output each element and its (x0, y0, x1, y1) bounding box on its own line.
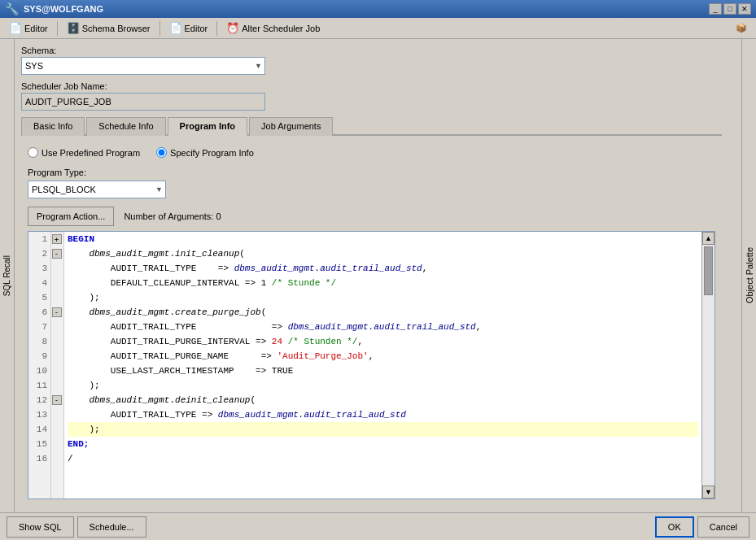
radio-group: Use Predefined Program Specify Program I… (28, 147, 715, 158)
tab-schedule-info[interactable]: Schedule Info (86, 117, 165, 136)
schema-browser-icon: 🗄️ (67, 22, 80, 34)
code-line-14: ); (68, 422, 698, 437)
use-predefined-radio-label[interactable]: Use Predefined Program (28, 147, 140, 158)
scrollbar-thumb[interactable] (704, 246, 713, 295)
scheduler-icon: ⏰ (226, 22, 239, 34)
program-type-select[interactable]: PLSQL_BLOCK STORED_PROCEDURE EXECUTABLE (28, 181, 166, 198)
bottom-right-buttons: OK Cancel (655, 516, 749, 538)
scheduler-job-name-input[interactable] (21, 93, 265, 111)
minimize-button[interactable]: _ (709, 3, 722, 15)
tabs-bar: Basic Info Schedule Info Program Info Jo… (21, 117, 722, 136)
code-line-10: USE_LAST_ARCH_TIMESTAMP => TRUE (68, 364, 698, 378)
code-line-5: ); (68, 290, 698, 305)
scheduler-job-name-group: Scheduler Job Name: (21, 81, 722, 111)
title-bar-icon: 🔧 (5, 2, 19, 15)
ok-button[interactable]: OK (655, 516, 694, 538)
fold-2[interactable]: - (52, 249, 62, 259)
scheduler-job-name-label: Scheduler Job Name: (21, 81, 722, 91)
action-bar: Program Action... Number of Arguments: 0 (28, 207, 715, 226)
palette-toggle-button[interactable]: 📦 (730, 20, 753, 37)
scrollbar-track[interactable] (702, 245, 714, 486)
code-line-11: ); (68, 378, 698, 393)
tab-basic-info[interactable]: Basic Info (21, 117, 85, 136)
bottom-toolbar: Show SQL Schedule... OK Cancel (0, 512, 756, 540)
title-bar-title: SYS@WOLFGANG (24, 4, 704, 14)
code-content[interactable]: BEGIN dbms_audit_mgmt.init_cleanup( AUDI… (64, 232, 701, 499)
code-line-2: dbms_audit_mgmt.init_cleanup( (68, 246, 698, 261)
code-line-6: dbms_audit_mgmt.create_purge_job( (68, 305, 698, 320)
scrollbar-down[interactable]: ▼ (702, 486, 714, 499)
scrollbar-up[interactable]: ▲ (702, 232, 714, 245)
fold-1[interactable]: + (52, 234, 62, 244)
use-predefined-radio[interactable] (28, 147, 38, 158)
left-sidebar-label: SQL Recall (2, 255, 11, 296)
bottom-left-buttons: Show SQL Schedule... (7, 516, 146, 538)
editor-icon-1: 📄 (9, 22, 22, 34)
program-type-label: Program Type: (28, 168, 715, 177)
program-action-button[interactable]: Program Action... (28, 207, 114, 226)
main-area: SQL Recall Schema: SYS Scheduler Job Nam… (0, 39, 756, 512)
cancel-button[interactable]: Cancel (697, 516, 749, 538)
maximize-button[interactable]: □ (723, 3, 736, 15)
left-sidebar: SQL Recall (0, 39, 15, 512)
fold-12[interactable]: - (52, 395, 62, 405)
code-line-12: dbms_audit_mgmt.deinit_cleanup( (68, 393, 698, 407)
fold-column: + - - - (51, 232, 64, 499)
main-content: Schema: SYS Scheduler Job Name: Basic In… (15, 39, 741, 512)
program-type-select-wrap: PLSQL_BLOCK STORED_PROCEDURE EXECUTABLE (28, 181, 166, 198)
tab-job-arguments[interactable]: Job Arguments (249, 117, 333, 136)
editor-button-1[interactable]: 📄 Editor (3, 20, 54, 37)
tab-program-info[interactable]: Program Info (168, 117, 247, 136)
line-numbers: 1 2 3 4 5 6 7 8 9 10 11 12 13 14 (28, 232, 51, 499)
code-scrollbar[interactable]: ▲ ▼ (701, 232, 714, 499)
code-line-7: AUDIT_TRAIL_TYPE => dbms_audit_mgmt.audi… (68, 320, 698, 334)
alter-scheduler-button[interactable]: ⏰ Alter Scheduler Job (221, 20, 326, 37)
editor-button-2[interactable]: 📄 Editor (164, 20, 214, 37)
program-info-tab-content: Use Predefined Program Specify Program I… (21, 141, 722, 506)
schema-select[interactable]: SYS (21, 57, 265, 75)
title-bar-buttons: _ □ ✕ (709, 3, 751, 15)
toolbar-separator-3 (216, 21, 217, 36)
toolbar-separator-2 (160, 21, 160, 36)
show-sql-button[interactable]: Show SQL (7, 516, 74, 538)
editor-icon-2: 📄 (169, 22, 182, 34)
code-line-3: AUDIT_TRAIL_TYPE => dbms_audit_mgmt.audi… (68, 261, 698, 276)
schedule-button[interactable]: Schedule... (77, 516, 146, 538)
schema-select-wrap: SYS (21, 57, 265, 75)
fold-6[interactable]: - (52, 307, 62, 317)
close-button[interactable]: ✕ (738, 3, 751, 15)
code-line-15: END; (68, 437, 698, 451)
code-line-16: / (68, 451, 698, 466)
num-args-label: Number of Arguments: 0 (124, 211, 221, 221)
title-bar: 🔧 SYS@WOLFGANG _ □ ✕ (0, 0, 756, 18)
object-palette-label: Object Palette (745, 247, 754, 303)
specify-program-radio-label[interactable]: Specify Program Info (156, 147, 254, 158)
specify-program-radio[interactable] (156, 147, 167, 158)
object-palette-sidebar: Object Palette (741, 39, 756, 512)
code-line-4: DEFAULT_CLEANUP_INTERVAL => 1 /* Stunde … (68, 276, 698, 290)
code-line-13: AUDIT_TRAIL_TYPE => dbms_audit_mgmt.audi… (68, 407, 698, 422)
main-toolbar: 📄 Editor 🗄️ Schema Browser 📄 Editor ⏰ Al… (0, 18, 756, 39)
code-line-8: AUDIT_TRAIL_PURGE_INTERVAL => 24 /* Stun… (68, 334, 698, 349)
schema-group: Schema: SYS (21, 46, 722, 75)
toolbar-separator-1 (57, 21, 58, 36)
code-line-9: AUDIT_TRAIL_PURGE_NAME => 'Audit_Purge_J… (68, 349, 698, 364)
schema-browser-button[interactable]: 🗄️ Schema Browser (61, 20, 156, 37)
code-editor: 1 2 3 4 5 6 7 8 9 10 11 12 13 14 (28, 231, 715, 499)
schema-label: Schema: (21, 46, 722, 55)
code-line-1: BEGIN (68, 232, 698, 246)
